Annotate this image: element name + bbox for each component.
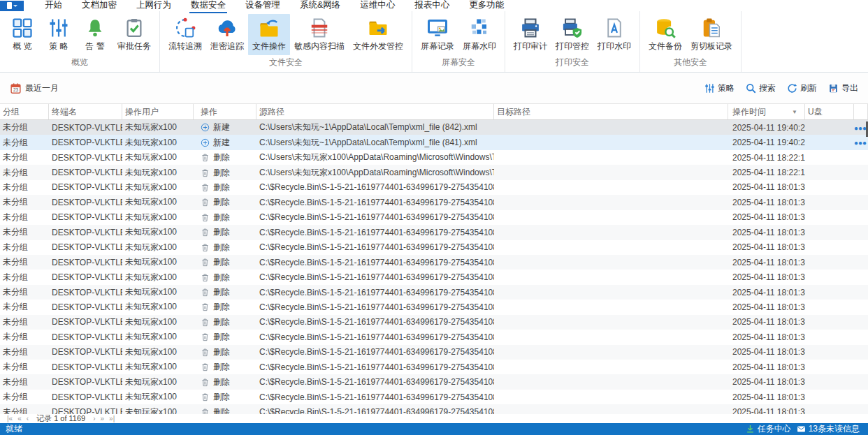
menu-tab-设备管理[interactable]: 设备管理 [236,0,290,13]
ribbon-button-屏幕水印[interactable]: 屏幕水印 [458,14,500,55]
ribbon-button-告警[interactable]: 告 警 [77,14,113,55]
last-page-button[interactable]: »| [109,415,115,422]
table-row[interactable]: 未分组 DESKTOP-VLKTLE1 未知玩家x100 删除 C:\$Recy… [0,315,868,330]
ribbon-button-屏幕记录[interactable]: 屏幕记录 [417,14,458,55]
table-row[interactable]: 未分组 DESKTOP-VLKTLE1 未知玩家x100 删除 C:\Users… [0,150,868,165]
table-row[interactable]: 未分组 DESKTOP-VLKTLE1 未知玩家x100 删除 C:\$Recy… [0,390,868,404]
next-page-button[interactable]: › [93,415,95,422]
ribbon-button-label: 告 警 [85,40,104,52]
prev-page-button[interactable]: ‹ [27,415,29,422]
table-row[interactable]: 未分组 DESKTOP-VLKTLE1 未知玩家x100 删除 C:\$Recy… [0,180,868,195]
table-row[interactable]: 未分组 DESKTOP-VLKTLE1 未知玩家x100 删除 C:\$Recy… [0,285,868,300]
cell-action: 删除 [194,196,256,208]
menu-tab-上网行为[interactable]: 上网行为 [126,0,181,13]
table-row[interactable]: 未分组 DESKTOP-VLKTLE1 未知玩家x100 删除 C:\$Recy… [0,374,868,389]
unread-messages-button[interactable]: 13条未读信息 [797,423,860,435]
table-row[interactable]: 未分组 DESKTOP-VLKTLE1 未知玩家x100 新建 C:\Users… [0,120,868,135]
ribbon-group-label: 屏幕安全 [417,55,500,73]
first-page-button[interactable]: |« [7,415,13,422]
cell-group: 未分组 [0,256,49,268]
cell-source-path: C:\$Recycle.Bin\S-1-5-21-1619774401-6349… [256,317,494,327]
table-row[interactable]: 未分组 DESKTOP-VLKTLE1 未知玩家x100 删除 C:\$Recy… [0,270,868,284]
table-row[interactable]: 未分组 DESKTOP-VLKTLE1 未知玩家x100 删除 C:\$Recy… [0,210,868,225]
column-header-usb[interactable]: U盘 [805,104,854,119]
column-header-user[interactable]: 操作用户 [122,104,194,119]
ribbon-group: 概 览 策 略 告 警 审批任务 概览 [0,11,160,72]
ribbon-button-概览[interactable]: 概 览 [4,14,41,55]
column-header-target[interactable]: 目标路径 [494,104,728,119]
column-header-terminal[interactable]: 终端名 [49,104,122,119]
fast-prev-button[interactable]: « [17,415,22,422]
cell-action: 删除 [194,376,256,388]
cell-time: 2025-04-11 18:01:38 [728,212,805,222]
cell-group: 未分组 [0,196,49,208]
cell-user: 未知玩家x100 [122,226,194,238]
ribbon-button-文件操作[interactable]: 文件操作 [248,14,290,55]
table-row[interactable]: 未分组 DESKTOP-VLKTLE1 未知玩家x100 删除 C:\$Recy… [0,360,868,374]
table-row[interactable]: 未分组 DESKTOP-VLKTLE1 未知玩家x100 删除 C:\$Recy… [0,345,868,360]
ribbon-button-label: 文件操作 [252,40,286,52]
ribbon-button-泄密追踪[interactable]: 泄密追踪 [206,14,248,55]
ribbon-button-label: 概 览 [13,40,31,52]
fast-next-button[interactable]: » [101,415,105,422]
menu-tab-运维中心[interactable]: 运维中心 [350,0,405,13]
cell-action: 新建 [194,137,256,149]
ribbon-button-打印水印[interactable]: 打印水印 [593,14,635,55]
ribbon-group: 流转追溯 泄密追踪 文件操作 敏感内容扫描 文件外发管控 文件安全 [160,11,412,72]
ribbon-button-审批任务[interactable]: 审批任务 [113,14,155,55]
ribbon-button-文件外发管控[interactable]: 文件外发管控 [349,14,407,55]
ribbon-button-打印管控[interactable]: 打印管控 [551,14,593,55]
column-header-action[interactable]: 操作 [194,104,256,119]
cell-terminal: DESKTOP-VLKTLE1 [49,407,122,414]
ribbon-button-流转追溯[interactable]: 流转追溯 [164,14,206,55]
menu-bar: 开始文档加密上网行为数据安全设备管理系统&网络运维中心报表中心更多功能 [0,0,868,11]
menu-tab-报表中心[interactable]: 报表中心 [405,0,459,13]
table-row[interactable]: 未分组 DESKTOP-VLKTLE1 未知玩家x100 删除 C:\$Recy… [0,195,868,209]
trash-icon [201,258,210,267]
menu-tab-系统&网络[interactable]: 系统&网络 [290,0,350,13]
ribbon-button-文件备份[interactable]: 文件备份 [644,14,686,55]
cell-source-path: C:\$Recycle.Bin\S-1-5-21-1619774401-6349… [256,182,494,192]
table-row[interactable]: 未分组 DESKTOP-VLKTLE1 未知玩家x100 删除 C:\$Recy… [0,225,868,239]
cell-time: 2025-04-11 18:01:38 [728,242,805,252]
action-搜索[interactable]: 搜索 [746,82,776,94]
column-header-source[interactable]: 源路径 [256,104,494,119]
cell-group: 未分组 [0,331,49,343]
table-row[interactable]: 未分组 DESKTOP-VLKTLE1 未知玩家x100 删除 C:\$Recy… [0,255,868,270]
ribbon-button-打印审计[interactable]: 打印审计 [509,14,551,55]
cell-terminal: DESKTOP-VLKTLE1 [49,153,122,163]
menu-tab-更多功能[interactable]: 更多功能 [459,0,514,13]
time-filter-dropdown[interactable]: ▼ [792,109,802,115]
menu-tab-开始[interactable]: 开始 [35,0,72,13]
table-row[interactable]: 未分组 DESKTOP-VLKTLE1 未知玩家x100 删除 C:\$Recy… [0,330,868,344]
table-row[interactable]: 未分组 DESKTOP-VLKTLE1 未知玩家x100 删除 C:\$Recy… [0,404,868,414]
cell-group: 未分组 [0,361,49,373]
ribbon-button-策略[interactable]: 策 略 [41,14,77,55]
menu-tab-数据安全[interactable]: 数据安全 [181,0,236,13]
cell-terminal: DESKTOP-VLKTLE1 [49,302,122,312]
task-center-button[interactable]: 任务中心 [746,423,791,435]
table-row[interactable]: 未分组 DESKTOP-VLKTLE1 未知玩家x100 删除 C:\Users… [0,165,868,179]
table-row[interactable]: 未分组 DESKTOP-VLKTLE1 未知玩家x100 删除 C:\$Recy… [0,240,868,255]
menu-tab-文档加密[interactable]: 文档加密 [72,0,126,13]
date-range-filter[interactable]: 23 最近一月 [10,82,59,94]
column-header-time[interactable]: 操作时间 ▼ [728,104,805,119]
action-导出[interactable]: 导出 [828,82,858,94]
table-row[interactable]: 未分组 DESKTOP-VLKTLE1 未知玩家x100 删除 C:\$Recy… [0,300,868,314]
action-策略[interactable]: 策略 [704,82,735,94]
cell-action: 删除 [194,182,256,193]
row-actions-button[interactable]: ●●● [854,124,867,132]
row-actions-button[interactable]: ●●● [854,139,867,147]
cell-terminal: DESKTOP-VLKTLE1 [49,332,122,342]
trash-icon [201,168,210,177]
column-header-group[interactable]: 分组 [0,104,49,119]
file-icon [7,2,12,9]
cell-time: 2025-04-11 18:01:38 [728,317,805,327]
ribbon-button-剪切板记录[interactable]: 剪切板记录 [686,14,737,55]
action-刷新[interactable]: 刷新 [787,82,817,94]
app-menu-button[interactable] [0,1,24,11]
ribbon-button-label: 打印审计 [514,40,547,52]
status-right: 任务中心 13条未读信息 [746,423,860,435]
table-row[interactable]: 未分组 DESKTOP-VLKTLE1 未知玩家x100 新建 C:\Users… [0,135,868,149]
ribbon-button-敏感内容扫描[interactable]: 敏感内容扫描 [290,14,349,55]
